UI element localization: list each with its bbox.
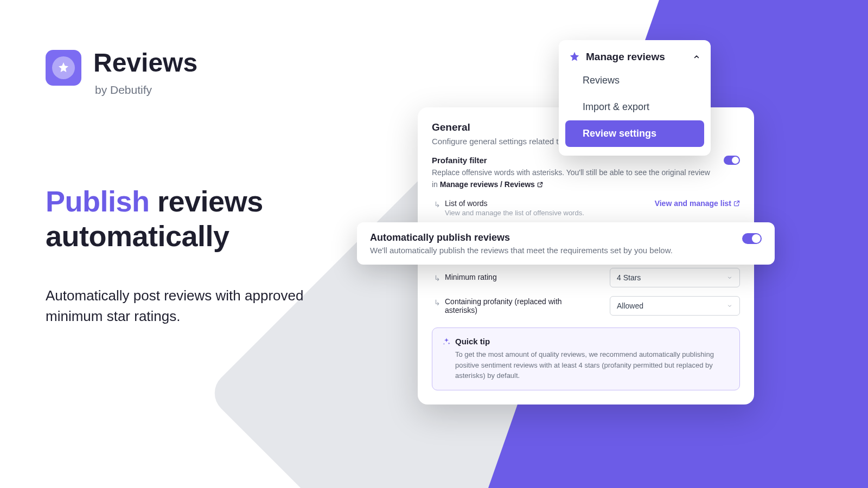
star-icon: [52, 56, 75, 79]
menu-panel: Manage reviews Reviews Import & export R…: [559, 40, 711, 156]
menu-item-reviews[interactable]: Reviews: [565, 67, 704, 94]
min-rating-label: Minimum rating: [445, 273, 497, 281]
containing-label: Containing profanity (replaced with aste…: [445, 297, 586, 314]
words-desc: View and manage the list of offensive wo…: [445, 209, 650, 217]
external-link-icon: [537, 182, 543, 188]
quick-tip: Quick tip To get the most amount of qual…: [432, 328, 740, 390]
sparkle-icon: [442, 337, 451, 346]
hero-rest-2: automatically: [46, 220, 229, 252]
containing-select[interactable]: Allowed: [610, 296, 740, 316]
auto-publish-title: Automatically publish reviews: [370, 232, 673, 243]
external-link-icon: [733, 200, 740, 207]
manage-reviews-link[interactable]: Manage reviews / Reviews: [440, 180, 543, 189]
sub-arrow-icon: ↳: [434, 298, 441, 307]
hero-rest-1: reviews: [157, 185, 263, 217]
chevron-down-icon: [726, 274, 733, 281]
tip-body: To get the most amount of quality review…: [455, 349, 730, 381]
menu-item-review-settings[interactable]: Review settings: [565, 120, 704, 147]
sub-arrow-icon: ↳: [434, 200, 441, 209]
profanity-desc: Replace offensive words with asterisks. …: [432, 167, 717, 190]
hero-accent: Publish: [46, 185, 150, 217]
profanity-label: Profanity filter: [432, 156, 717, 165]
containing-row: ↳ Containing profanity (replaced with as…: [432, 296, 740, 316]
logo-title: Reviews: [93, 50, 197, 76]
sub-arrow-icon: ↳: [434, 274, 441, 282]
menu-title: Manage reviews: [586, 51, 665, 63]
min-rating-row: ↳ Minimum rating 4 Stars: [432, 268, 740, 287]
star-icon: [569, 51, 580, 63]
auto-publish-toggle[interactable]: [742, 233, 762, 244]
auto-publish-desc: We'll automatically publish the reviews …: [370, 246, 673, 255]
words-manage-link[interactable]: View and manage list: [655, 199, 740, 208]
auto-publish-panel: Automatically publish reviews We'll auto…: [357, 222, 775, 265]
logo-icon: [46, 50, 81, 86]
profanity-toggle[interactable]: [724, 156, 740, 165]
menu-item-import-export[interactable]: Import & export: [565, 94, 704, 120]
tip-title: Quick tip: [455, 337, 490, 346]
menu-header[interactable]: Manage reviews: [565, 49, 704, 67]
hero: Publish reviews automatically Automatica…: [46, 184, 328, 327]
logo-subtitle: by Debutify: [95, 84, 197, 97]
hero-headline: Publish reviews automatically: [46, 184, 328, 253]
hero-subtitle: Automatically post reviews with approved…: [46, 286, 328, 326]
chevron-down-icon: [726, 303, 733, 309]
words-title: List of words: [445, 199, 650, 208]
chevron-up-icon: [692, 53, 701, 61]
min-rating-select[interactable]: 4 Stars: [610, 268, 740, 287]
logo-block: Reviews by Debutify: [46, 50, 197, 97]
